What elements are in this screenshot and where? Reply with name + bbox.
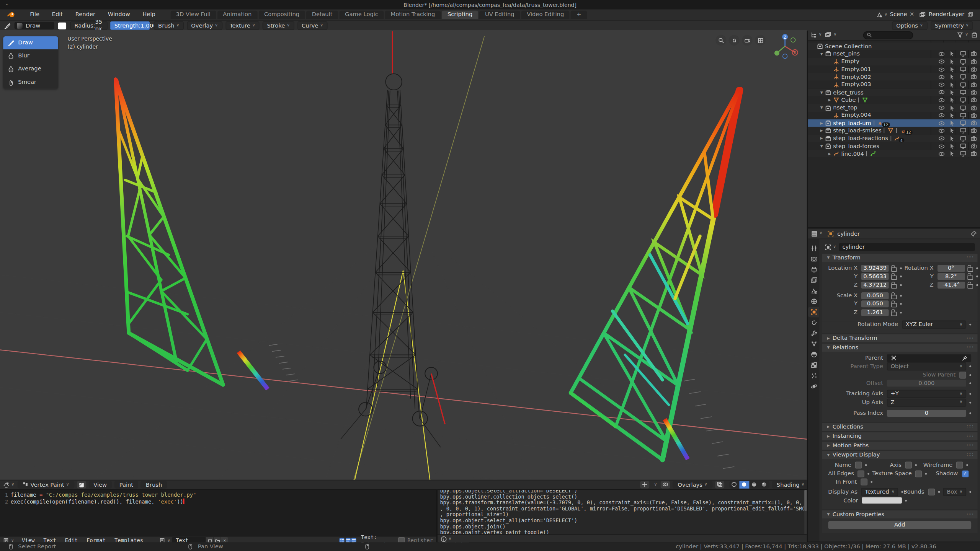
bounds-dropdown[interactable]: Box∨ [943,488,966,496]
animate-dot-icon[interactable] [976,276,978,277]
radius-slider[interactable]: Radius: 35 px [70,21,108,30]
lock-open-icon[interactable] [891,303,897,307]
offset-field[interactable]: 0.000 [887,380,966,387]
slow-parent-checkbox[interactable] [959,372,966,378]
hide-toggle-eye-icon[interactable] [936,143,947,150]
viewport-visibility-icon[interactable] [957,89,968,96]
hide-toggle-eye-icon[interactable] [936,51,947,57]
animate-dot-icon[interactable] [900,303,902,305]
filter-caret-icon[interactable]: ∨ [965,33,968,37]
render-visibility-icon[interactable] [968,143,979,150]
tab-video-editing[interactable]: Video Editing [521,10,570,19]
palette-tool-draw[interactable]: Draw [3,36,58,49]
viewport-visibility-icon[interactable] [957,112,968,119]
tab-default[interactable]: Default [306,10,338,19]
value-field[interactable]: 1.261 [861,309,889,316]
outliner-row-step-load-smises[interactable]: ▶step_load-smisesa12 [808,127,980,135]
axis-checkbox[interactable] [905,462,912,469]
filter-icon[interactable] [956,31,963,38]
scene-name[interactable]: Scene [890,11,907,18]
pass-index-field[interactable]: 0 [887,409,966,416]
render-visibility-icon[interactable] [968,97,979,104]
hide-toggle-eye-icon[interactable] [936,66,947,73]
expand-arrow-icon[interactable]: ▼ [819,144,825,148]
object-name-field[interactable]: cylinder [839,243,975,251]
name-checkbox[interactable] [855,462,862,469]
animate-dot-icon[interactable] [976,267,978,269]
render-visibility-icon[interactable] [968,81,979,88]
value-field[interactable]: 0° [937,264,965,271]
parent-field[interactable] [887,354,971,362]
selectable-toggle-icon[interactable] [947,66,957,73]
info-log-line[interactable]: , 0, 0, 0, 1), constraint_orientation='G… [440,506,804,512]
viewport-visibility-icon[interactable] [957,127,968,134]
brush-dropdown[interactable]: Brush∨ [154,21,184,30]
bounds-checkbox[interactable] [928,489,935,496]
palette-tool-smear[interactable]: Smear [3,76,58,89]
selectable-toggle-icon[interactable] [947,112,957,119]
value-field[interactable]: -41.4° [937,282,965,289]
expand-arrow-icon[interactable]: ▶ [827,98,833,102]
render-visibility-icon[interactable] [968,120,979,127]
animate-dot-icon[interactable] [976,284,978,286]
outliner-row-empty[interactable]: Empty [808,58,980,65]
menu-help[interactable]: Help [136,11,162,18]
selectable-toggle-icon[interactable] [947,51,957,57]
viewport-visibility-icon[interactable] [957,120,968,127]
hide-toggle-eye-icon[interactable] [936,89,947,96]
properties-tab-world[interactable] [808,296,819,307]
outliner-row-step-load-reactions[interactable]: ▶step_load-reactions4 [808,135,980,142]
menu-edit[interactable]: Edit [46,11,69,18]
tab-animation[interactable]: Animation [217,10,257,19]
render-layer-icon[interactable] [919,11,926,18]
move-view-icon[interactable] [729,35,740,46]
navigation-gizmo[interactable]: Z X [769,31,801,61]
animate-dot-icon[interactable] [900,284,902,286]
expand-arrow-icon[interactable]: ▼ [819,106,825,110]
info-log-line[interactable]: bpy.ops.paint.vertex_paint_toggle() [440,530,804,534]
value-field[interactable]: 0.56633 [861,273,889,280]
info-log-line[interactable]: bpy.ops.object.join() [440,524,804,530]
outliner-row-empty-003[interactable]: Empty.003 [808,81,980,88]
outliner-row-step-load-um[interactable]: ▶step_load-uma12 [808,119,980,127]
expand-arrow-icon[interactable]: ▼ [819,52,825,56]
selectable-toggle-icon[interactable] [947,135,957,142]
camera-view-icon[interactable] [742,35,753,46]
selectable-toggle-icon[interactable] [947,104,957,111]
outliner-type-caret-icon[interactable]: ∨ [819,33,822,37]
outliner-search-input[interactable] [863,31,913,39]
outliner-display-mode-icon[interactable] [825,31,832,38]
mode-selector[interactable]: Vertex Paint ∨ [17,481,74,489]
gizmo-toggle-icon[interactable] [640,481,650,489]
properties-tab-modifiers[interactable] [808,328,819,339]
selectable-toggle-icon[interactable] [947,127,957,134]
texture-dropdown[interactable]: Texture∨ [225,21,260,30]
render-visibility-icon[interactable] [968,104,979,111]
viewport-3d[interactable]: User Perspective (2) cylinder DrawBlurAv… [0,30,807,489]
lock-open-icon[interactable] [891,284,897,288]
outliner-row-scene-collection[interactable]: Scene Collection [808,42,980,50]
info-scrollbar[interactable] [804,490,807,534]
selectable-toggle-icon[interactable] [947,89,957,96]
lock-open-icon[interactable] [891,276,897,280]
display-as-dropdown[interactable]: Textured∨ [861,488,898,496]
rotation-mode-dropdown[interactable]: XYZ Euler∨ [902,321,966,329]
tab-3d-view-full[interactable]: 3D View Full [170,10,216,19]
viewport-menu-brush[interactable]: Brush [141,481,167,489]
section-instancing[interactable]: ▶Instancing∷∷ [822,432,978,440]
selectable-toggle-icon[interactable] [947,58,957,65]
lock-open-icon[interactable] [891,267,897,271]
options-dropdown[interactable]: Options∨ [892,21,927,30]
paint-mask-toggle-icon[interactable] [77,481,86,489]
expand-arrow-icon[interactable]: ▶ [827,152,833,156]
object-color-swatch[interactable] [862,497,902,504]
hide-toggle-eye-icon[interactable] [936,135,947,142]
render-visibility-icon[interactable] [968,135,979,142]
info-log-line[interactable]: bpy.ops.object.select_all(action='DESELE… [440,490,804,494]
selectable-toggle-icon[interactable] [947,143,957,150]
render-visibility-icon[interactable] [968,89,979,96]
hide-toggle-eye-icon[interactable] [936,112,947,119]
value-field[interactable]: 0.050 [861,292,889,299]
animate-dot-icon[interactable] [900,311,902,313]
overlay-dropdown[interactable]: Overlay∨ [187,21,222,30]
